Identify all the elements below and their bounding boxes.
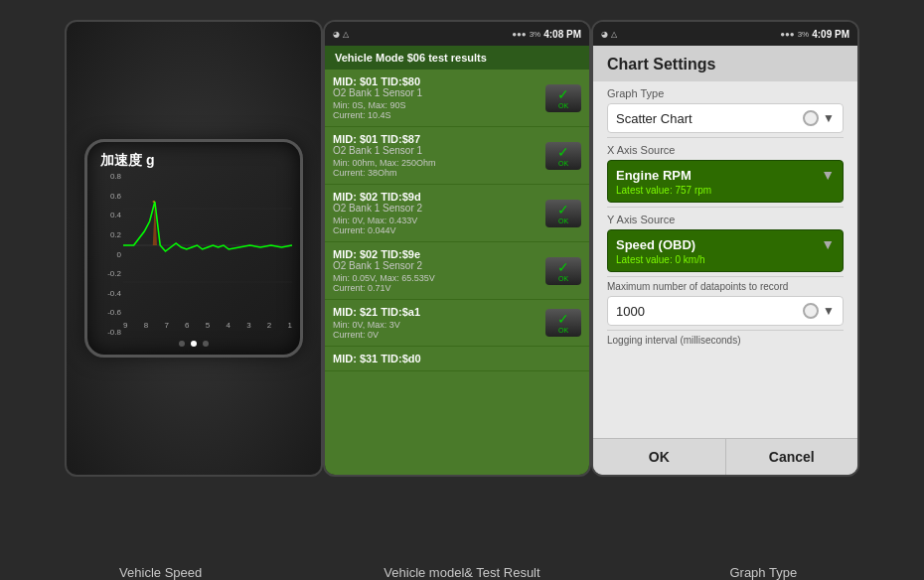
dot-indicators xyxy=(179,341,209,347)
x-axis-label: X Axis Source xyxy=(607,144,844,156)
gauge-container: 加速度 g 0.8 0.6 0.4 0.2 0 -0.2 -0.4 -0.6 -… xyxy=(84,139,303,358)
y-axis-sub: Latest value: 0 km/h xyxy=(616,254,835,265)
max-dp-icons: ▼ xyxy=(803,303,835,319)
test-results-list: MID: $01 TID:$80 O2 Bank 1 Sensor 1 Min:… xyxy=(325,70,589,475)
status-bar-2: ◕ △ ●●● 3% 4:08 PM xyxy=(325,22,589,46)
bt-icon: ◕ xyxy=(333,30,340,39)
signal-icon-3: △ xyxy=(611,30,617,39)
test-item-1: MID: $01 TID:$80 O2 Bank 1 Sensor 1 Min:… xyxy=(325,70,589,127)
test-item-2: MID: $01 TID:$87 O2 Bank 1 Sensor 1 Min:… xyxy=(325,127,589,185)
panel-chart-settings: ◕ △ ●●● 3% 4:09 PM Chart Settings Graph … xyxy=(591,20,859,477)
x-axis-arrow: ▼ xyxy=(821,167,835,183)
max-dp-value: 1000 xyxy=(616,304,645,319)
status-bar-3: ◕ △ ●●● 3% 4:09 PM xyxy=(593,22,857,46)
status-icons-left-3: ◕ △ xyxy=(601,30,617,39)
chart-svg xyxy=(123,172,292,319)
test-item-6: MID: $31 TID:$d0 xyxy=(325,347,589,371)
check-1: ✓ OK xyxy=(545,84,581,112)
status-icons-right-3: ●●● 3% 4:09 PM xyxy=(780,29,849,40)
check-5: ✓ OK xyxy=(545,309,581,337)
y-axis-section: Y Axis Source Speed (OBD) ▼ Latest value… xyxy=(593,208,857,276)
max-dp-section: 1000 ▼ xyxy=(593,294,857,330)
graph-type-icons: ▼ xyxy=(803,110,835,126)
cancel-button[interactable]: Cancel xyxy=(726,439,858,475)
panel-vehicle-speed: 加速度 g 0.8 0.6 0.4 0.2 0 -0.2 -0.4 -0.6 -… xyxy=(65,20,323,477)
x-axis-dropdown[interactable]: Engine RPM ▼ Latest value: 757 rpm xyxy=(607,160,844,203)
x-axis-sub: Latest value: 757 rpm xyxy=(616,185,835,196)
caption-3: Graph Type xyxy=(634,565,892,580)
settings-title-bar: Chart Settings xyxy=(593,46,857,81)
test-item-4: MID: $02 TID:$9e O2 Bank 1 Sensor 2 Min:… xyxy=(325,242,589,300)
y-axis-labels: 0.8 0.6 0.4 0.2 0 -0.2 -0.4 -0.6 -0.8 xyxy=(95,172,123,337)
dot-3 xyxy=(203,341,209,347)
status-icons-left-2: ◕ △ xyxy=(333,30,349,39)
chart-area: 0.8 0.6 0.4 0.2 0 -0.2 -0.4 -0.6 -0.8 xyxy=(95,172,292,337)
graph-type-value: Scatter Chart xyxy=(616,111,693,126)
radio-circle-dp xyxy=(803,303,819,319)
app-header-title-2: Vehicle Mode $06 test results xyxy=(335,52,579,64)
dropdown-arrow-dp: ▼ xyxy=(823,304,835,318)
caption-2: Vehicle model& Test Result xyxy=(333,565,591,580)
phone-frame-2: ◕ △ ●●● 3% 4:08 PM Vehicle Mode $06 test… xyxy=(323,20,591,477)
bt-icon-3: ◕ xyxy=(601,30,608,39)
max-dp-label: Maximum number of datapoints to record xyxy=(593,277,857,294)
ok-button[interactable]: OK xyxy=(593,439,726,475)
phone-frame-1: 加速度 g 0.8 0.6 0.4 0.2 0 -0.2 -0.4 -0.6 -… xyxy=(65,20,323,477)
graph-type-dropdown[interactable]: Scatter Chart ▼ xyxy=(607,103,844,133)
y-axis-dropdown[interactable]: Speed (OBD) ▼ Latest value: 0 km/h xyxy=(607,229,844,272)
x-axis-labels: 9 8 7 6 5 4 3 2 1 xyxy=(123,321,292,337)
y-axis-arrow: ▼ xyxy=(821,236,835,252)
panel-test-result: ◕ △ ●●● 3% 4:08 PM Vehicle Mode $06 test… xyxy=(323,20,591,477)
check-3: ✓ OK xyxy=(545,200,581,227)
y-axis-label: Y Axis Source xyxy=(607,214,844,225)
test-item-3: MID: $02 TID:$9d O2 Bank 1 Sensor 2 Min:… xyxy=(325,185,589,242)
check-4: ✓ OK xyxy=(545,257,581,285)
dot-2 xyxy=(191,341,197,347)
gauge-title: 加速度 g xyxy=(100,152,154,170)
settings-title: Chart Settings xyxy=(607,56,844,73)
dot-1 xyxy=(179,341,185,347)
caption-1: Vehicle Speed xyxy=(32,565,290,580)
phone-frame-3: ◕ △ ●●● 3% 4:09 PM Chart Settings Graph … xyxy=(591,20,859,477)
max-dp-dropdown[interactable]: 1000 ▼ xyxy=(607,296,844,326)
settings-body: Chart Settings Graph Type Scatter Chart … xyxy=(593,46,857,475)
x-axis-value: Engine RPM xyxy=(616,168,692,183)
graph-type-section: Graph Type Scatter Chart ▼ xyxy=(593,81,857,137)
signal-icon: △ xyxy=(343,30,349,39)
x-axis-section: X Axis Source Engine RPM ▼ Latest value:… xyxy=(593,138,857,207)
radio-circle-graph xyxy=(803,110,819,126)
status-icons-right-2: ●●● 3% 4:08 PM xyxy=(512,29,581,40)
test-item-5: MID: $21 TID:$a1 Min: 0V, Max: 3VCurrent… xyxy=(325,300,589,347)
captions-row: Vehicle Speed Vehicle model& Test Result… xyxy=(0,557,924,580)
graph-type-label: Graph Type xyxy=(607,87,844,99)
logging-label: Logging interval (milliseconds) xyxy=(593,331,857,348)
y-axis-value: Speed (OBD) xyxy=(616,237,695,252)
check-2: ✓ OK xyxy=(545,142,581,170)
app-header-2: Vehicle Mode $06 test results xyxy=(325,46,589,70)
bottom-buttons: OK Cancel xyxy=(593,438,857,475)
dropdown-arrow-graph: ▼ xyxy=(823,111,835,125)
